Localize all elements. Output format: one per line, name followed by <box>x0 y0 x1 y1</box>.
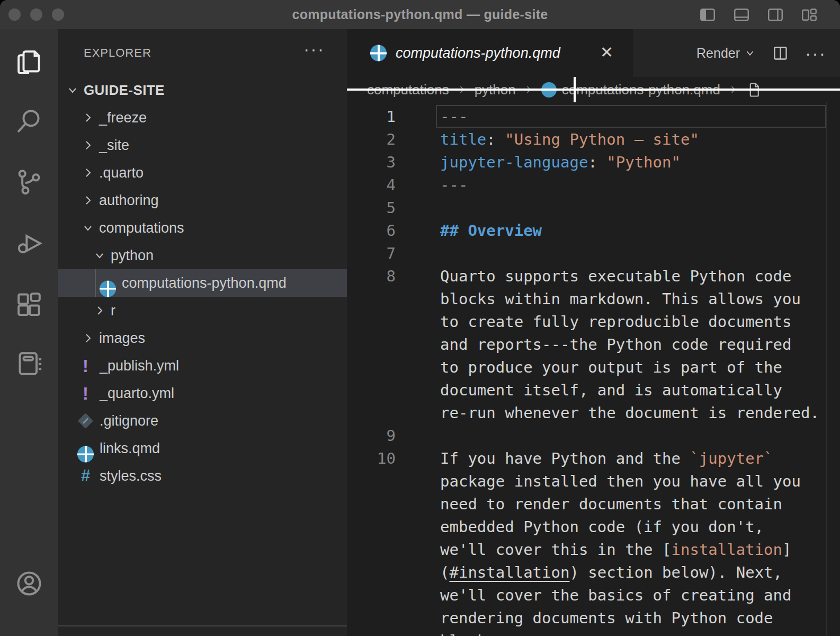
tree-item-computations-python-qmd[interactable]: computations-python.qmd <box>58 269 347 297</box>
tree-item-python[interactable]: python <box>58 242 347 269</box>
toggle-secondary-sidebar-icon[interactable] <box>766 5 785 24</box>
line-number <box>347 584 396 607</box>
line-number <box>347 607 396 630</box>
code-token: "Python" <box>606 153 681 171</box>
code-line: 1--- <box>347 105 840 128</box>
tree-item-label: links.qmd <box>100 440 160 457</box>
tree-item-label: computations-python.qmd <box>122 275 287 292</box>
split-editor-icon[interactable] <box>772 45 789 62</box>
code-token: --- <box>440 176 468 194</box>
tree-item-images[interactable]: images <box>58 324 347 352</box>
line-number <box>347 333 396 356</box>
code-line: 2title: "Using Python — site" <box>347 128 840 151</box>
tree-item-label: .quarto <box>99 165 144 181</box>
code-token: If you have Python and the <box>440 449 690 467</box>
chevron-down-icon <box>82 222 94 234</box>
chevron-down-icon <box>93 249 106 262</box>
tree-item--gitignore[interactable]: .gitignore <box>58 407 347 435</box>
explorer-icon[interactable] <box>14 47 44 77</box>
line-number <box>347 402 396 425</box>
line-number: 3 <box>347 151 396 174</box>
code-token: we'll cover this in the [ <box>440 541 672 559</box>
code-token: rendering documents with Python code <box>440 609 773 627</box>
code-token: need to render documents that contain <box>440 495 782 513</box>
tree-item--quarto[interactable]: .quarto <box>58 159 347 187</box>
search-icon[interactable] <box>14 107 44 136</box>
more-actions-icon[interactable]: ··· <box>805 45 826 61</box>
line-number <box>347 470 396 493</box>
notebook-icon[interactable] <box>14 349 44 378</box>
toggle-panel-icon[interactable] <box>732 5 751 24</box>
code-line: package installed then you have all you <box>347 470 840 493</box>
extensions-icon[interactable] <box>14 289 44 319</box>
gitignore-file-icon <box>77 413 94 429</box>
tree-item-label: images <box>99 330 145 347</box>
tab-computations-python[interactable]: computations-python.qmd ✕ <box>347 29 633 77</box>
tree-item-label: computations <box>99 220 184 236</box>
code-token: and reports---the Python code required <box>440 335 791 354</box>
code-token: ## Overview <box>440 222 542 240</box>
code-token: ) section below). Next, <box>569 563 782 581</box>
code-line: 7 <box>347 242 840 265</box>
line-number: 8 <box>347 265 396 288</box>
tree-item--publish-yml[interactable]: !_publish.yml <box>58 352 347 379</box>
tree-item--site[interactable]: _site <box>58 131 347 159</box>
chevron-right-icon <box>82 139 94 152</box>
line-number: 4 <box>347 174 396 197</box>
render-button[interactable]: Render <box>696 46 756 61</box>
activity-bar <box>0 29 58 636</box>
tree-item-label: .gitignore <box>100 413 158 429</box>
tree-item-r[interactable]: r <box>58 297 347 324</box>
chevron-down-icon <box>66 84 79 96</box>
code-token: title <box>440 130 486 148</box>
line-number <box>347 356 396 379</box>
line-number <box>347 493 396 516</box>
code-line: 4--- <box>347 174 840 197</box>
code-line: 10If you have Python and the `jupyter` <box>347 447 840 470</box>
account-icon[interactable] <box>14 569 44 598</box>
run-and-debug-icon[interactable] <box>14 228 44 258</box>
line-number: 7 <box>347 242 396 265</box>
chevron-right-icon <box>82 332 94 344</box>
code-token: : <box>588 153 606 171</box>
explorer-more-actions-icon[interactable]: ··· <box>303 39 325 59</box>
code-token: Quarto supports executable Python code <box>440 267 791 285</box>
tree-item-label: _site <box>99 137 129 154</box>
tree-item--quarto-yml[interactable]: !_quarto.yml <box>58 379 347 407</box>
code-line: to produce your output is part of the <box>347 356 840 379</box>
breadcrumb-item[interactable]: computations-python.qmd <box>541 82 720 98</box>
source-control-icon[interactable] <box>14 167 44 197</box>
chevron-right-icon <box>82 166 94 179</box>
code-token: ( <box>440 563 449 581</box>
toggle-primary-sidebar-icon[interactable] <box>698 5 717 24</box>
code-line: re-run whenever the document is rendered… <box>347 402 840 425</box>
customize-layout-icon[interactable] <box>800 5 819 24</box>
editor-actions: Render ··· <box>696 29 826 77</box>
editor-group: computations-python.qmd ✕ Render ··· com… <box>347 29 840 636</box>
line-number <box>347 311 396 333</box>
code-line: 9 <box>347 425 840 447</box>
explorer-sidebar: EXPLORER ··· GUIDE-SITE_freeze_site.quar… <box>58 29 347 636</box>
tree-item-authoring[interactable]: authoring <box>58 187 347 214</box>
chevron-down-icon <box>744 47 756 59</box>
tree-item-label: styles.css <box>100 468 162 484</box>
vscode-window: computations-python.qmd — guide-site <box>0 0 840 636</box>
breadcrumbs: computationspythoncomputations-python.qm… <box>347 77 840 102</box>
tree-item--freeze[interactable]: _freeze <box>58 104 347 131</box>
code-token: #installation <box>449 563 569 581</box>
tree-item-label: python <box>111 248 154 264</box>
tree-item-label: authoring <box>99 192 159 209</box>
line-number <box>347 288 396 311</box>
tree-item-links-qmd[interactable]: links.qmd <box>58 435 347 462</box>
tree-item-computations[interactable]: computations <box>58 214 347 242</box>
tree-item-styles-css[interactable]: #styles.css <box>58 462 347 490</box>
code-line: 8Quarto supports executable Python code <box>347 265 840 288</box>
code-editor[interactable]: 1---2title: "Using Python — site"3jupyte… <box>347 102 840 636</box>
close-tab-icon[interactable]: ✕ <box>600 29 613 77</box>
code-line: 6## Overview <box>347 219 840 242</box>
outline-section-header[interactable]: OUTLINE <box>58 629 347 636</box>
tree-item-guide-site[interactable]: GUIDE-SITE <box>58 76 347 104</box>
chevron-right-icon <box>93 304 106 317</box>
line-number: 10 <box>347 447 396 470</box>
code-line: blocks. <box>347 630 840 636</box>
